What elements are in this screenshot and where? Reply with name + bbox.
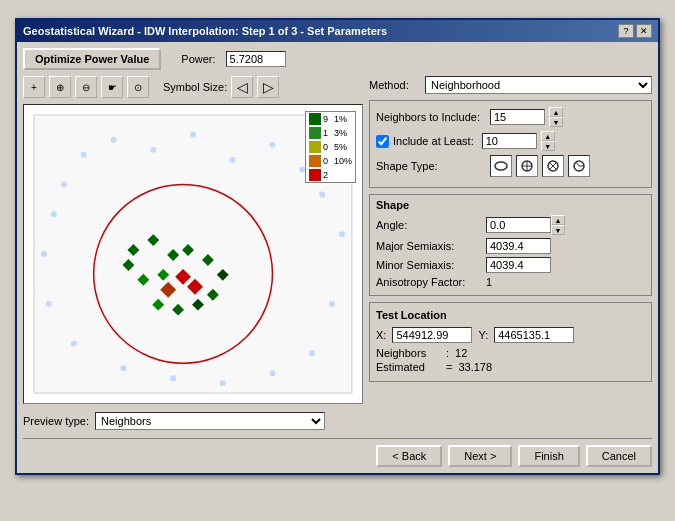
- anisotropy-value: 1: [486, 276, 492, 288]
- estimated-result-value: 33.178: [458, 361, 492, 373]
- preview-row: Preview type: Neighbors Predictions Pred…: [23, 412, 363, 430]
- map-toolbar: + ⊕ ⊖ ☛ ⊙ Symbol Size: ◁ ▷: [23, 76, 363, 98]
- include-at-least-spinner: ▲ ▼: [541, 131, 555, 151]
- optimize-power-button[interactable]: Optimize Power Value: [23, 48, 161, 70]
- shape-section-title: Shape: [376, 199, 645, 211]
- power-label: Power:: [181, 53, 215, 65]
- shape-cross-btn[interactable]: [542, 155, 564, 177]
- neighbors-result-label: Neighbors: [376, 347, 446, 359]
- legend-color-3: [309, 141, 321, 153]
- shape-type-row: Shape Type:: [376, 155, 645, 177]
- back-button[interactable]: < Back: [376, 445, 442, 467]
- svg-point-19: [46, 301, 52, 307]
- svg-point-4: [150, 147, 156, 153]
- shape-sector-btn[interactable]: [568, 155, 590, 177]
- main-window: Geostatistical Wizard - IDW Interpolatio…: [15, 18, 660, 475]
- legend-row-3: 0 5%: [306, 140, 355, 154]
- map-legend: 9 1% 1 3% 0 5%: [305, 111, 356, 183]
- estimated-sep: =: [446, 361, 452, 373]
- svg-point-6: [230, 157, 236, 163]
- zoom-out-tool[interactable]: ⊖: [75, 76, 97, 98]
- neighbors-include-down[interactable]: ▼: [549, 117, 563, 127]
- window-title: Geostatistical Wizard - IDW Interpolatio…: [23, 25, 387, 37]
- include-at-least-up[interactable]: ▲: [541, 131, 555, 141]
- svg-point-12: [329, 301, 335, 307]
- legend-row-5: 2: [306, 168, 355, 182]
- svg-point-9: [61, 181, 67, 187]
- svg-point-10: [319, 191, 325, 197]
- svg-point-11: [339, 231, 345, 237]
- finish-button[interactable]: Finish: [518, 445, 579, 467]
- svg-point-41: [495, 162, 507, 170]
- add-point-tool[interactable]: +: [23, 76, 45, 98]
- svg-point-20: [41, 251, 47, 257]
- angle-spinner: ▲ ▼: [551, 215, 565, 235]
- window-body: Optimize Power Value Power: + ⊕ ⊖ ☛ ⊙ Sy…: [17, 42, 658, 473]
- major-row: Major Semiaxis:: [376, 238, 645, 254]
- x-input[interactable]: [392, 327, 472, 343]
- legend-pct-1: 1%: [334, 114, 347, 124]
- include-at-least-checkbox[interactable]: [376, 135, 389, 148]
- svg-line-50: [576, 162, 579, 166]
- test-location-title: Test Location: [376, 309, 645, 321]
- svg-point-21: [51, 211, 57, 217]
- neighbors-include-input[interactable]: [490, 109, 545, 125]
- neighbors-include-label: Neighbors to Include:: [376, 111, 486, 123]
- svg-point-3: [111, 137, 117, 143]
- shape-ellipse-btn[interactable]: [490, 155, 512, 177]
- legend-row-2: 1 3%: [306, 126, 355, 140]
- symbol-size-increase[interactable]: ▷: [257, 76, 279, 98]
- next-button[interactable]: Next >: [448, 445, 512, 467]
- zoom-in-tool[interactable]: ⊕: [49, 76, 71, 98]
- left-panel: + ⊕ ⊖ ☛ ⊙ Symbol Size: ◁ ▷: [23, 76, 363, 430]
- include-at-least-label: Include at Least:: [376, 135, 474, 148]
- main-content: + ⊕ ⊖ ☛ ⊙ Symbol Size: ◁ ▷: [23, 76, 652, 430]
- include-at-least-text: Include at Least:: [393, 135, 474, 147]
- include-at-least-down[interactable]: ▼: [541, 141, 555, 151]
- svg-point-13: [309, 350, 315, 356]
- neighbors-section: Neighbors to Include: ▲ ▼ Include at Lea…: [369, 100, 652, 188]
- legend-label-5: 2: [323, 170, 328, 180]
- power-input[interactable]: [226, 51, 286, 67]
- shape-type-label: Shape Type:: [376, 160, 486, 172]
- title-bar-buttons: ? ✕: [618, 24, 652, 38]
- help-button[interactable]: ?: [618, 24, 634, 38]
- symbol-size-decrease[interactable]: ◁: [231, 76, 253, 98]
- preview-select[interactable]: Neighbors Predictions Prediction Errors: [95, 412, 325, 430]
- angle-input[interactable]: [486, 217, 551, 233]
- neighbors-result-value: 12: [455, 347, 467, 359]
- shape-type-icons: [490, 155, 590, 177]
- legend-label-2: 1: [323, 128, 328, 138]
- method-label: Method:: [369, 79, 419, 91]
- legend-pct-3: 5%: [334, 142, 347, 152]
- legend-color-5: [309, 169, 321, 181]
- y-label: Y:: [478, 329, 488, 341]
- minor-input[interactable]: [486, 257, 551, 273]
- legend-pct-4: 10%: [334, 156, 352, 166]
- test-location-section: Test Location X: Y: Neighbors : 12 Estim…: [369, 302, 652, 382]
- close-button[interactable]: ✕: [636, 24, 652, 38]
- major-input[interactable]: [486, 238, 551, 254]
- angle-down[interactable]: ▼: [551, 225, 565, 235]
- minor-row: Minor Semiaxis:: [376, 257, 645, 273]
- method-select[interactable]: Neighborhood Smooth Standard: [425, 76, 652, 94]
- legend-row-1: 9 1%: [306, 112, 355, 126]
- svg-point-5: [190, 132, 196, 138]
- include-at-least-input[interactable]: [482, 133, 537, 149]
- neighbors-include-up[interactable]: ▲: [549, 107, 563, 117]
- legend-label-4: 0: [323, 156, 328, 166]
- svg-point-17: [120, 365, 126, 371]
- cancel-button[interactable]: Cancel: [586, 445, 652, 467]
- preview-label: Preview type:: [23, 415, 89, 427]
- map-container: 9 1% 1 3% 0 5%: [23, 104, 363, 404]
- angle-up[interactable]: ▲: [551, 215, 565, 225]
- legend-label-1: 9: [323, 114, 328, 124]
- globe-tool[interactable]: ⊙: [127, 76, 149, 98]
- estimated-result-label: Estimated: [376, 361, 446, 373]
- legend-color-4: [309, 155, 321, 167]
- estimated-result-row: Estimated = 33.178: [376, 361, 645, 373]
- y-input[interactable]: [494, 327, 574, 343]
- svg-point-14: [269, 370, 275, 376]
- shape-circle-btn[interactable]: [516, 155, 538, 177]
- pan-tool[interactable]: ☛: [101, 76, 123, 98]
